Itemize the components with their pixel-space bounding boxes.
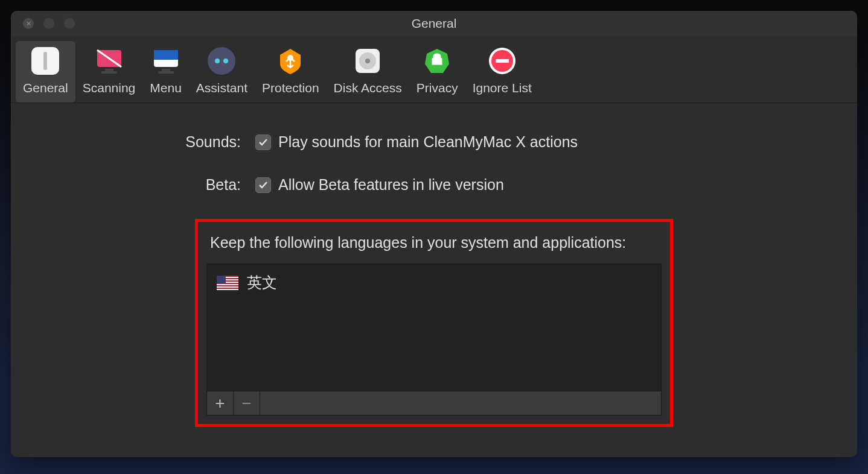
sounds-row: Sounds: Play sounds for main CleanMyMac … (11, 133, 857, 151)
languages-heading: Keep the following languages in your sys… (210, 234, 662, 251)
preferences-window: General General Scanning Menu Assistant (11, 11, 857, 457)
tab-assistant[interactable]: Assistant (189, 41, 255, 103)
languages-highlight-box: Keep the following languages in your sys… (195, 219, 673, 427)
us-flag-icon (217, 276, 238, 290)
tab-menu[interactable]: Menu (142, 41, 189, 103)
sounds-checkbox-label: Play sounds for main CleanMyMac X action… (278, 133, 578, 151)
svg-rect-19 (496, 59, 509, 63)
general-icon (30, 46, 60, 76)
svg-point-9 (208, 47, 235, 75)
svg-point-15 (365, 58, 370, 63)
svg-rect-26 (217, 289, 238, 290)
language-name: 英文 (247, 273, 277, 292)
svg-rect-7 (162, 69, 170, 71)
close-window-button[interactable] (23, 18, 34, 29)
tab-assistant-label: Assistant (196, 81, 247, 95)
svg-point-10 (215, 58, 220, 63)
tab-privacy[interactable]: Privacy (409, 41, 465, 103)
tab-protection-label: Protection (262, 81, 319, 95)
tab-menu-label: Menu (150, 81, 182, 95)
svg-rect-27 (217, 276, 226, 283)
menu-icon (151, 46, 181, 76)
remove-language-button[interactable]: − (234, 391, 260, 415)
svg-rect-25 (217, 286, 238, 288)
svg-rect-8 (158, 71, 174, 74)
sounds-label: Sounds: (11, 133, 255, 151)
maximize-window-button[interactable] (64, 18, 75, 29)
window-title: General (412, 16, 457, 31)
disk-access-icon (353, 46, 383, 76)
language-row[interactable]: 英文 (207, 264, 661, 301)
svg-rect-3 (105, 69, 113, 71)
protection-icon (275, 46, 305, 76)
languages-list[interactable]: 英文 (206, 264, 662, 391)
tab-protection[interactable]: Protection (255, 41, 327, 103)
beta-row: Beta: Allow Beta features in live versio… (11, 176, 857, 194)
beta-checkbox[interactable] (255, 177, 271, 193)
svg-rect-24 (217, 284, 238, 285)
assistant-icon (206, 46, 237, 76)
languages-controls-spacer (260, 391, 661, 415)
general-content: Sounds: Play sounds for main CleanMyMac … (11, 103, 857, 427)
minimize-window-button[interactable] (43, 18, 54, 29)
svg-rect-1 (43, 52, 47, 70)
tab-general[interactable]: General (16, 41, 75, 103)
tab-scanning-label: Scanning (83, 81, 136, 95)
preferences-toolbar: General Scanning Menu Assistant Protecti… (11, 36, 857, 103)
tab-general-label: General (23, 81, 68, 95)
tab-scanning[interactable]: Scanning (75, 41, 143, 103)
languages-controls: + − (206, 391, 662, 416)
ignore-list-icon (487, 46, 517, 76)
sounds-checkbox[interactable] (255, 134, 271, 150)
titlebar: General (11, 11, 857, 36)
privacy-icon (422, 46, 452, 76)
tab-ignore-list-label: Ignore List (473, 81, 532, 95)
tab-ignore-list[interactable]: Ignore List (465, 41, 539, 103)
traffic-lights (11, 18, 75, 29)
svg-rect-4 (101, 71, 117, 74)
add-language-button[interactable]: + (207, 391, 234, 415)
tab-disk-access[interactable]: Disk Access (327, 41, 409, 103)
tab-disk-access-label: Disk Access (334, 81, 402, 95)
svg-rect-6 (154, 50, 178, 60)
scanning-icon (94, 46, 124, 76)
beta-checkbox-label: Allow Beta features in live version (278, 176, 504, 194)
beta-label: Beta: (11, 176, 255, 194)
tab-privacy-label: Privacy (416, 81, 458, 95)
svg-point-11 (223, 58, 228, 63)
